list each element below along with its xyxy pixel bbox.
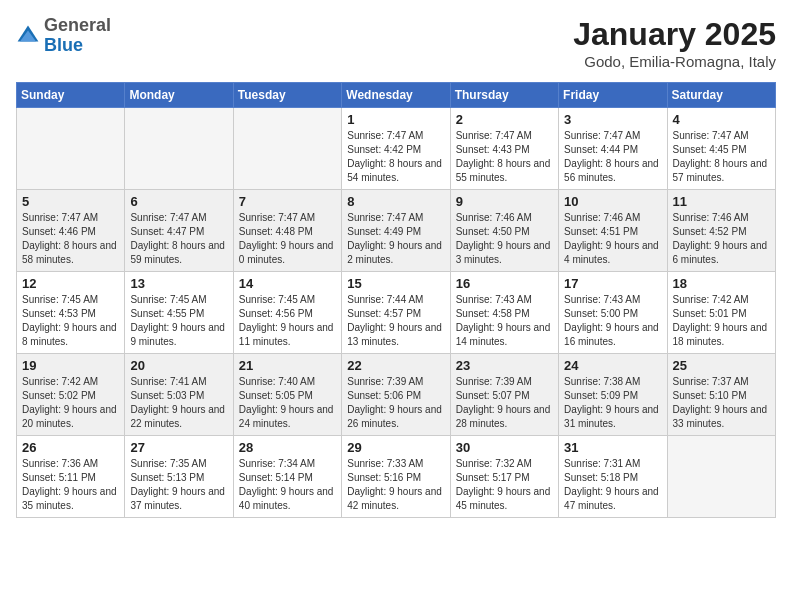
- cell-info: Sunrise: 7:45 AM Sunset: 4:53 PM Dayligh…: [22, 294, 117, 347]
- calendar-cell: 10Sunrise: 7:46 AM Sunset: 4:51 PM Dayli…: [559, 190, 667, 272]
- cell-info: Sunrise: 7:46 AM Sunset: 4:50 PM Dayligh…: [456, 212, 551, 265]
- cell-info: Sunrise: 7:42 AM Sunset: 5:02 PM Dayligh…: [22, 376, 117, 429]
- calendar-cell: 29Sunrise: 7:33 AM Sunset: 5:16 PM Dayli…: [342, 436, 450, 518]
- calendar-cell: 15Sunrise: 7:44 AM Sunset: 4:57 PM Dayli…: [342, 272, 450, 354]
- cell-info: Sunrise: 7:38 AM Sunset: 5:09 PM Dayligh…: [564, 376, 659, 429]
- month-title: January 2025: [573, 16, 776, 53]
- day-number: 13: [130, 276, 227, 291]
- calendar-cell: [667, 436, 775, 518]
- day-number: 2: [456, 112, 553, 127]
- cell-info: Sunrise: 7:41 AM Sunset: 5:03 PM Dayligh…: [130, 376, 225, 429]
- calendar-cell: [17, 108, 125, 190]
- calendar-cell: 3Sunrise: 7:47 AM Sunset: 4:44 PM Daylig…: [559, 108, 667, 190]
- logo-blue: Blue: [44, 35, 83, 55]
- calendar-cell: 14Sunrise: 7:45 AM Sunset: 4:56 PM Dayli…: [233, 272, 341, 354]
- calendar-cell: 8Sunrise: 7:47 AM Sunset: 4:49 PM Daylig…: [342, 190, 450, 272]
- calendar-cell: 24Sunrise: 7:38 AM Sunset: 5:09 PM Dayli…: [559, 354, 667, 436]
- calendar-cell: [125, 108, 233, 190]
- cell-info: Sunrise: 7:33 AM Sunset: 5:16 PM Dayligh…: [347, 458, 442, 511]
- day-number: 28: [239, 440, 336, 455]
- header-day-friday: Friday: [559, 83, 667, 108]
- cell-info: Sunrise: 7:44 AM Sunset: 4:57 PM Dayligh…: [347, 294, 442, 347]
- calendar-cell: 6Sunrise: 7:47 AM Sunset: 4:47 PM Daylig…: [125, 190, 233, 272]
- week-row-2: 12Sunrise: 7:45 AM Sunset: 4:53 PM Dayli…: [17, 272, 776, 354]
- calendar-cell: 2Sunrise: 7:47 AM Sunset: 4:43 PM Daylig…: [450, 108, 558, 190]
- cell-info: Sunrise: 7:46 AM Sunset: 4:52 PM Dayligh…: [673, 212, 768, 265]
- cell-info: Sunrise: 7:40 AM Sunset: 5:05 PM Dayligh…: [239, 376, 334, 429]
- week-row-0: 1Sunrise: 7:47 AM Sunset: 4:42 PM Daylig…: [17, 108, 776, 190]
- day-number: 29: [347, 440, 444, 455]
- calendar-cell: 22Sunrise: 7:39 AM Sunset: 5:06 PM Dayli…: [342, 354, 450, 436]
- day-number: 27: [130, 440, 227, 455]
- cell-info: Sunrise: 7:46 AM Sunset: 4:51 PM Dayligh…: [564, 212, 659, 265]
- calendar-cell: 31Sunrise: 7:31 AM Sunset: 5:18 PM Dayli…: [559, 436, 667, 518]
- calendar-body: 1Sunrise: 7:47 AM Sunset: 4:42 PM Daylig…: [17, 108, 776, 518]
- day-number: 17: [564, 276, 661, 291]
- cell-info: Sunrise: 7:39 AM Sunset: 5:06 PM Dayligh…: [347, 376, 442, 429]
- calendar-header: SundayMondayTuesdayWednesdayThursdayFrid…: [17, 83, 776, 108]
- calendar-cell: 21Sunrise: 7:40 AM Sunset: 5:05 PM Dayli…: [233, 354, 341, 436]
- day-number: 22: [347, 358, 444, 373]
- header-row: SundayMondayTuesdayWednesdayThursdayFrid…: [17, 83, 776, 108]
- day-number: 12: [22, 276, 119, 291]
- calendar-cell: 23Sunrise: 7:39 AM Sunset: 5:07 PM Dayli…: [450, 354, 558, 436]
- day-number: 9: [456, 194, 553, 209]
- day-number: 10: [564, 194, 661, 209]
- week-row-3: 19Sunrise: 7:42 AM Sunset: 5:02 PM Dayli…: [17, 354, 776, 436]
- calendar-cell: 7Sunrise: 7:47 AM Sunset: 4:48 PM Daylig…: [233, 190, 341, 272]
- day-number: 5: [22, 194, 119, 209]
- cell-info: Sunrise: 7:37 AM Sunset: 5:10 PM Dayligh…: [673, 376, 768, 429]
- logo-icon: [16, 24, 40, 48]
- calendar-cell: 28Sunrise: 7:34 AM Sunset: 5:14 PM Dayli…: [233, 436, 341, 518]
- header-day-thursday: Thursday: [450, 83, 558, 108]
- calendar-cell: 30Sunrise: 7:32 AM Sunset: 5:17 PM Dayli…: [450, 436, 558, 518]
- header-day-monday: Monday: [125, 83, 233, 108]
- day-number: 23: [456, 358, 553, 373]
- calendar-table: SundayMondayTuesdayWednesdayThursdayFrid…: [16, 82, 776, 518]
- calendar-cell: 5Sunrise: 7:47 AM Sunset: 4:46 PM Daylig…: [17, 190, 125, 272]
- calendar-cell: 18Sunrise: 7:42 AM Sunset: 5:01 PM Dayli…: [667, 272, 775, 354]
- calendar-cell: 19Sunrise: 7:42 AM Sunset: 5:02 PM Dayli…: [17, 354, 125, 436]
- cell-info: Sunrise: 7:45 AM Sunset: 4:56 PM Dayligh…: [239, 294, 334, 347]
- day-number: 8: [347, 194, 444, 209]
- day-number: 24: [564, 358, 661, 373]
- day-number: 30: [456, 440, 553, 455]
- calendar-cell: 25Sunrise: 7:37 AM Sunset: 5:10 PM Dayli…: [667, 354, 775, 436]
- day-number: 25: [673, 358, 770, 373]
- day-number: 7: [239, 194, 336, 209]
- day-number: 19: [22, 358, 119, 373]
- calendar-cell: 27Sunrise: 7:35 AM Sunset: 5:13 PM Dayli…: [125, 436, 233, 518]
- calendar-cell: 17Sunrise: 7:43 AM Sunset: 5:00 PM Dayli…: [559, 272, 667, 354]
- calendar-cell: 4Sunrise: 7:47 AM Sunset: 4:45 PM Daylig…: [667, 108, 775, 190]
- header-day-tuesday: Tuesday: [233, 83, 341, 108]
- day-number: 4: [673, 112, 770, 127]
- calendar-cell: 9Sunrise: 7:46 AM Sunset: 4:50 PM Daylig…: [450, 190, 558, 272]
- page-header: General Blue January 2025 Godo, Emilia-R…: [16, 16, 776, 70]
- calendar-cell: 11Sunrise: 7:46 AM Sunset: 4:52 PM Dayli…: [667, 190, 775, 272]
- cell-info: Sunrise: 7:43 AM Sunset: 5:00 PM Dayligh…: [564, 294, 659, 347]
- logo-general: General: [44, 15, 111, 35]
- cell-info: Sunrise: 7:35 AM Sunset: 5:13 PM Dayligh…: [130, 458, 225, 511]
- cell-info: Sunrise: 7:43 AM Sunset: 4:58 PM Dayligh…: [456, 294, 551, 347]
- day-number: 21: [239, 358, 336, 373]
- location: Godo, Emilia-Romagna, Italy: [573, 53, 776, 70]
- calendar-cell: 20Sunrise: 7:41 AM Sunset: 5:03 PM Dayli…: [125, 354, 233, 436]
- cell-info: Sunrise: 7:47 AM Sunset: 4:44 PM Dayligh…: [564, 130, 659, 183]
- cell-info: Sunrise: 7:47 AM Sunset: 4:45 PM Dayligh…: [673, 130, 768, 183]
- title-block: January 2025 Godo, Emilia-Romagna, Italy: [573, 16, 776, 70]
- day-number: 31: [564, 440, 661, 455]
- day-number: 6: [130, 194, 227, 209]
- calendar-cell: 26Sunrise: 7:36 AM Sunset: 5:11 PM Dayli…: [17, 436, 125, 518]
- day-number: 20: [130, 358, 227, 373]
- day-number: 15: [347, 276, 444, 291]
- cell-info: Sunrise: 7:47 AM Sunset: 4:43 PM Dayligh…: [456, 130, 551, 183]
- cell-info: Sunrise: 7:34 AM Sunset: 5:14 PM Dayligh…: [239, 458, 334, 511]
- day-number: 1: [347, 112, 444, 127]
- day-number: 16: [456, 276, 553, 291]
- cell-info: Sunrise: 7:39 AM Sunset: 5:07 PM Dayligh…: [456, 376, 551, 429]
- header-day-sunday: Sunday: [17, 83, 125, 108]
- header-day-saturday: Saturday: [667, 83, 775, 108]
- cell-info: Sunrise: 7:47 AM Sunset: 4:49 PM Dayligh…: [347, 212, 442, 265]
- day-number: 14: [239, 276, 336, 291]
- cell-info: Sunrise: 7:31 AM Sunset: 5:18 PM Dayligh…: [564, 458, 659, 511]
